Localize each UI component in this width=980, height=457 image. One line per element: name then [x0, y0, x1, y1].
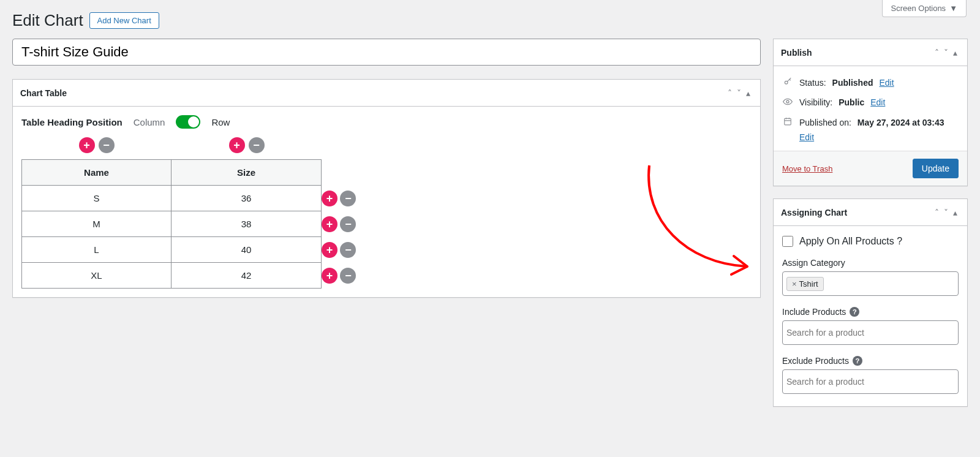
- include-products-label: Include Products: [782, 307, 846, 317]
- panel-move-up-icon[interactable]: ˄: [932, 205, 941, 220]
- screen-options-label: Screen Options: [891, 4, 946, 13]
- category-tag-label: Tshirt: [799, 279, 818, 289]
- svg-rect-2: [785, 118, 791, 125]
- page-title: Edit Chart: [12, 11, 83, 30]
- remove-row-button[interactable]: −: [340, 191, 356, 206]
- table-cell[interactable]: 38: [172, 211, 322, 237]
- heading-option-column: Column: [134, 117, 165, 127]
- table-row: S 36 + −: [21, 186, 752, 211]
- heading-option-row: Row: [211, 117, 230, 127]
- panel-move-up-icon[interactable]: ˄: [932, 45, 941, 60]
- remove-tag-icon[interactable]: ×: [792, 279, 797, 289]
- remove-column-button[interactable]: −: [249, 137, 265, 153]
- heading-position-label: Table Heading Position: [21, 117, 123, 127]
- publish-panel: Publish ˄ ˅ ▴ Status: Published Edit: [773, 39, 968, 186]
- chevron-down-icon: ▼: [949, 4, 957, 13]
- add-row-button[interactable]: +: [322, 216, 337, 232]
- update-button[interactable]: Update: [913, 159, 959, 178]
- published-label: Published on:: [799, 118, 851, 127]
- svg-point-1: [786, 100, 789, 103]
- edit-date-link[interactable]: Edit: [799, 132, 814, 142]
- table-cell[interactable]: M: [21, 211, 172, 237]
- table-cell[interactable]: 36: [172, 186, 322, 211]
- remove-column-button[interactable]: −: [99, 137, 115, 153]
- visibility-label: Visibility:: [799, 97, 832, 107]
- panel-move-up-icon[interactable]: ˄: [725, 86, 734, 100]
- panel-toggle-icon[interactable]: ▴: [744, 86, 753, 100]
- exclude-products-label: Exclude Products: [782, 356, 849, 366]
- include-products-input[interactable]: [786, 328, 954, 338]
- assigning-panel-title: Assigning Chart: [781, 208, 847, 217]
- add-column-button[interactable]: +: [229, 137, 245, 153]
- key-icon: [782, 77, 793, 88]
- eye-icon: [782, 97, 793, 107]
- table-row: M 38 + −: [21, 211, 752, 237]
- add-new-chart-button[interactable]: Add New Chart: [89, 12, 159, 29]
- category-tag: × Tshirt: [786, 277, 824, 291]
- table-header-row: Name Size: [21, 159, 752, 186]
- assigning-chart-panel: Assigning Chart ˄ ˅ ▴ Apply On All Produ…: [773, 198, 968, 407]
- move-to-trash-link[interactable]: Move to Trash: [782, 164, 832, 173]
- remove-row-button[interactable]: −: [340, 242, 356, 258]
- table-header-cell[interactable]: Size: [172, 159, 322, 186]
- add-column-button[interactable]: +: [79, 137, 95, 153]
- help-icon[interactable]: ?: [853, 356, 862, 366]
- assign-category-label: Assign Category: [782, 258, 959, 268]
- remove-row-button[interactable]: −: [340, 268, 356, 284]
- table-cell[interactable]: XL: [21, 263, 172, 289]
- add-row-button[interactable]: +: [322, 242, 337, 258]
- edit-status-link[interactable]: Edit: [880, 78, 894, 88]
- edit-visibility-link[interactable]: Edit: [870, 97, 885, 107]
- status-label: Status:: [799, 78, 826, 88]
- apply-all-products-label: Apply On All Products ?: [799, 236, 902, 247]
- table-row: XL 42 + −: [21, 263, 752, 289]
- panel-toggle-icon[interactable]: ▴: [951, 205, 960, 220]
- heading-position-toggle[interactable]: [176, 115, 200, 129]
- table-row: L 40 + −: [21, 237, 752, 263]
- table-cell[interactable]: S: [21, 186, 172, 211]
- panel-toggle-icon[interactable]: ▴: [951, 45, 960, 60]
- status-value: Published: [832, 78, 873, 88]
- table-header-cell[interactable]: Name: [21, 159, 172, 186]
- table-cell[interactable]: 42: [172, 263, 322, 289]
- assign-category-select[interactable]: × Tshirt: [782, 271, 959, 296]
- include-products-select[interactable]: [782, 320, 959, 345]
- publish-panel-title: Publish: [781, 48, 812, 58]
- visibility-value: Public: [839, 97, 864, 107]
- chart-table-panel: Chart Table ˄ ˅ ▴ Table Heading Position…: [12, 79, 761, 298]
- add-row-button[interactable]: +: [322, 191, 337, 206]
- remove-row-button[interactable]: −: [340, 216, 356, 232]
- screen-options-toggle[interactable]: Screen Options ▼: [882, 0, 967, 17]
- add-row-button[interactable]: +: [322, 268, 337, 284]
- panel-move-down-icon[interactable]: ˅: [941, 205, 951, 220]
- exclude-products-input[interactable]: [786, 377, 954, 387]
- apply-all-products-checkbox[interactable]: [782, 236, 793, 247]
- published-value: May 27, 2024 at 03:43: [858, 118, 944, 127]
- help-icon[interactable]: ?: [850, 307, 859, 317]
- calendar-icon: [782, 117, 793, 127]
- chart-title-input[interactable]: [12, 39, 761, 66]
- exclude-products-select[interactable]: [782, 369, 959, 394]
- chart-table-panel-title: Chart Table: [20, 88, 67, 98]
- table-cell[interactable]: 40: [172, 237, 322, 263]
- panel-move-down-icon[interactable]: ˅: [734, 86, 744, 100]
- panel-move-down-icon[interactable]: ˅: [941, 45, 951, 60]
- table-cell[interactable]: L: [21, 237, 172, 263]
